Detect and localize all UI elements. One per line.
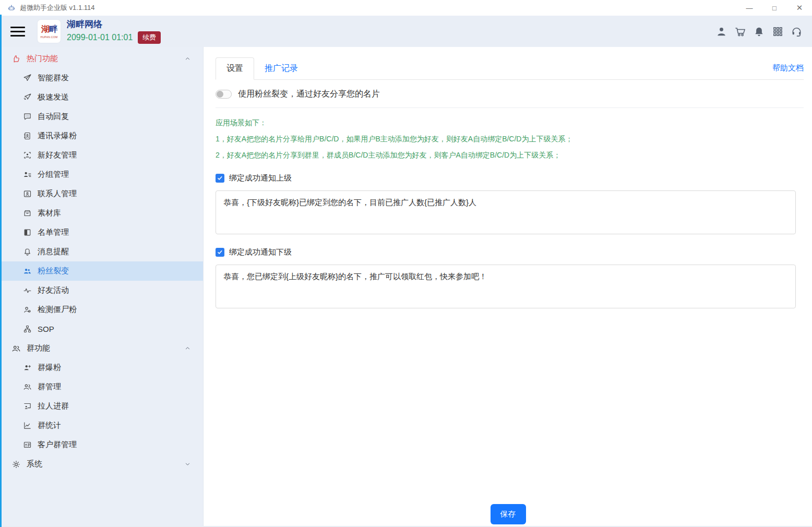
minimize-button[interactable]: —	[737, 0, 762, 16]
sidebar-item[interactable]: 新好友管理	[0, 146, 203, 165]
renew-button[interactable]: 续费	[138, 31, 161, 44]
send-icon	[23, 74, 32, 82]
header-action-icons	[715, 16, 803, 47]
sidebar-item[interactable]: 粉丝裂变	[0, 261, 203, 281]
sidebar-item[interactable]: 客户群管理	[0, 435, 203, 454]
sidebar-item-label: 新好友管理	[38, 150, 77, 160]
maximize-button[interactable]: □	[762, 0, 787, 16]
tab-settings[interactable]: 设置	[216, 57, 254, 80]
user-lines-icon	[23, 170, 32, 179]
sidebar-item-label: 智能群发	[38, 73, 69, 83]
sidebar-section-header[interactable]: 群功能	[0, 339, 203, 358]
sidebar-item-label: 群爆粉	[38, 363, 61, 373]
sidebar-item[interactable]: 拉人进群	[0, 397, 203, 416]
brand-logo-text: 湖畔	[41, 24, 57, 35]
sidebar-item[interactable]: 消息提醒	[0, 242, 203, 261]
save-button[interactable]: 保存	[491, 504, 526, 524]
tab-bar: 设置推广记录帮助文档	[216, 56, 804, 80]
sop-icon	[23, 325, 32, 333]
tab-promotion-records[interactable]: 推广记录	[254, 58, 308, 79]
user-plus-icon	[23, 363, 32, 372]
chevron-up-icon	[184, 344, 192, 352]
sidebar-item[interactable]: 自动回复	[0, 107, 203, 126]
chat-icon	[23, 112, 32, 121]
sidebar-item[interactable]: 名单管理	[0, 223, 203, 242]
sidebar-item-label: 自动回复	[38, 112, 69, 122]
thumb-up-icon	[11, 54, 21, 64]
usage-scenario: 应用场景如下： 1，好友A把您的名片分享给用户B/C/D，如果用户B主动添加您为…	[216, 118, 804, 160]
id-card-icon	[23, 440, 32, 449]
sidebar-section-header[interactable]: 系统	[0, 454, 203, 474]
app-robot-icon	[7, 4, 16, 12]
hamburger-menu-button[interactable]	[10, 24, 25, 39]
sidebar-item[interactable]: 通讯录爆粉	[0, 126, 203, 146]
sidebar-item-label: 好友活动	[38, 285, 69, 295]
screen-user-icon	[23, 402, 32, 411]
sidebar-item[interactable]: SOP	[0, 319, 203, 339]
app-header: 湖畔 HUPAN.COM 湖畔网络 2099-01-01 01:01 续费	[0, 16, 812, 47]
contact-card-icon	[23, 189, 32, 198]
sidebar-item[interactable]: 好友活动	[0, 281, 203, 300]
sidebar-item-label: 客户群管理	[38, 440, 77, 450]
window-controls: — □ ✕	[737, 0, 812, 16]
sidebar-item[interactable]: 素材库	[0, 203, 203, 223]
user-alert-icon	[23, 305, 32, 314]
brand-logo-subtext: HUPAN.COM	[41, 35, 58, 39]
scenario-line-1: 1，好友A把您的名片分享给用户B/C/D，如果用户B主动添加您为好友，则好友A自…	[216, 135, 804, 144]
notify-downline-label: 绑定成功通知下级	[229, 247, 292, 257]
notify-downline-checkbox[interactable]	[216, 248, 224, 257]
cart-icon[interactable]	[734, 26, 746, 38]
send-fast-icon	[23, 93, 32, 102]
headset-icon[interactable]	[791, 26, 803, 38]
scenario-line-2: 2，好友A把您的名片分享到群里，群成员B/C/D主动添加您为好友，则客户A自动绑…	[216, 151, 804, 160]
sidebar-item[interactable]: 群爆粉	[0, 358, 203, 377]
sidebar-item-label: 拉人进群	[38, 401, 69, 411]
sidebar-item-label: 群管理	[38, 382, 61, 392]
bell-icon	[23, 247, 32, 256]
chevron-up-icon	[184, 55, 192, 63]
notify-upline-checkbox[interactable]	[216, 174, 224, 183]
sidebar-item[interactable]: 群统计	[0, 416, 203, 435]
users-fill-icon	[23, 267, 32, 276]
gear-icon	[11, 460, 21, 469]
window-title: 超微助手企业版 v1.1.114	[20, 3, 95, 13]
sidebar-item[interactable]: 智能群发	[0, 68, 203, 88]
user-icon[interactable]	[715, 26, 727, 38]
brand: 湖畔 HUPAN.COM 湖畔网络 2099-01-01 01:01 续费	[38, 19, 161, 44]
sidebar-item[interactable]: 检测僵尸粉	[0, 300, 203, 319]
sidebar-item[interactable]: 群管理	[0, 377, 203, 397]
notify-upline-label: 绑定成功通知上级	[229, 173, 292, 183]
sidebar-item[interactable]: 分组管理	[0, 165, 203, 184]
fan-fission-toggle[interactable]	[216, 90, 232, 99]
help-doc-link[interactable]: 帮助文档	[772, 63, 804, 73]
sidebar-item-label: 素材库	[38, 208, 61, 218]
sidebar-section-header[interactable]: 热门功能	[0, 49, 203, 68]
brand-logo: 湖畔 HUPAN.COM	[38, 20, 61, 43]
sidebar-item-label: 消息提醒	[38, 247, 69, 257]
sidebar-section-label: 系统	[27, 459, 42, 469]
sidebar-item-label: 通讯录爆粉	[38, 131, 77, 141]
sidebar-item[interactable]: 极速发送	[0, 88, 203, 107]
sidebar-item[interactable]: 联系人管理	[0, 184, 203, 203]
pulse-icon	[23, 286, 32, 295]
bell-icon[interactable]	[753, 26, 765, 38]
sidebar-item-label: 分组管理	[38, 170, 69, 179]
window-left-accent-edge	[0, 15, 2, 527]
sidebar-item-label: 群统计	[38, 421, 61, 430]
close-button[interactable]: ✕	[787, 0, 812, 16]
scan-user-icon	[23, 151, 32, 160]
scenario-title: 应用场景如下：	[216, 118, 804, 128]
sidebar-item-label: 极速发送	[38, 92, 69, 102]
chevron-down-icon	[184, 460, 192, 468]
divider	[216, 107, 804, 108]
company-name: 湖畔网络	[67, 19, 161, 30]
notify-downline-message-input[interactable]: 恭喜，您已绑定到{上级好友昵称}的名下，推广可以领取红包，快来参加吧！	[216, 265, 796, 308]
sidebar-item-label: 联系人管理	[38, 189, 77, 199]
fan-fission-toggle-label: 使用粉丝裂变，通过好友分享您的名片	[238, 89, 380, 100]
apps-grid-icon[interactable]	[772, 26, 784, 38]
sidebar-section-label: 群功能	[27, 343, 50, 353]
sidebar-item-label: SOP	[38, 325, 54, 333]
address-book-icon	[23, 131, 32, 140]
sidebar-section-label: 热门功能	[27, 54, 58, 64]
notify-upline-message-input[interactable]: 恭喜，{下级好友昵称}已绑定到您的名下，目前已推广人数{已推广人数}人	[216, 190, 796, 234]
